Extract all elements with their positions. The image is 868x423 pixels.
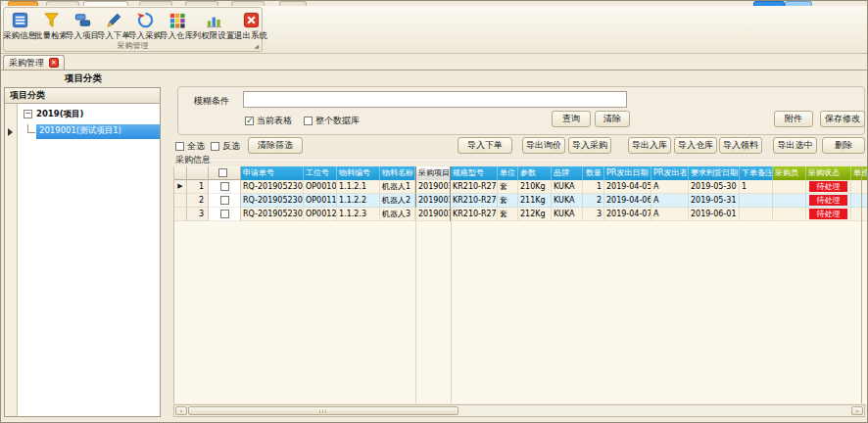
checkbox-icon[interactable]	[304, 117, 313, 125]
import-order-button[interactable]: 导入下单	[458, 137, 512, 154]
column-header-brand[interactable]: 品牌	[552, 166, 583, 180]
cell-status[interactable]: 待处理	[806, 180, 851, 194]
cell-price[interactable]	[851, 194, 867, 208]
table-row[interactable]: 3RQ-201905230003OP00121.1.2.3机器人32019001…	[174, 208, 867, 221]
cell-unit[interactable]: 套	[498, 208, 518, 221]
scope-current-checkbox[interactable]: 当前表格	[245, 115, 292, 127]
cell-unit[interactable]: 套	[498, 180, 518, 194]
cell-material_name[interactable]: 机器人1	[380, 180, 415, 194]
cell-chk[interactable]	[209, 194, 241, 208]
cell-chk[interactable]	[209, 180, 241, 194]
cell-chk[interactable]	[209, 208, 241, 221]
scrollbar-thumb[interactable]	[188, 406, 458, 415]
column-header-pr_date[interactable]: PR发出日期	[604, 166, 651, 180]
cell-buyer[interactable]	[773, 180, 806, 194]
select-all-rows-checkbox[interactable]	[218, 168, 227, 177]
export-inquiry-button[interactable]: 导出询价	[522, 137, 565, 154]
row-checkbox[interactable]	[220, 210, 229, 218]
import-picking-button[interactable]: 导入领料	[719, 137, 762, 154]
cell-status[interactable]: 待处理	[806, 194, 851, 208]
cell-model[interactable]: KR210-R2700	[451, 180, 498, 194]
ribbon-btn-import-project[interactable]: 导入项目	[67, 9, 98, 40]
column-header-status[interactable]: 采购状态	[806, 166, 851, 180]
cell-buyer[interactable]	[773, 194, 806, 208]
column-header-due_date[interactable]: 要求到货日期	[689, 166, 740, 180]
dialog-launcher-icon[interactable]: ◢	[254, 43, 259, 49]
cell-request_no[interactable]: RQ-201905230002	[241, 194, 304, 208]
column-header-material_no[interactable]: 物料编号	[337, 166, 380, 180]
column-header-qty[interactable]: 数量	[583, 166, 604, 180]
column-header-price[interactable]: 单价	[851, 166, 867, 180]
column-header-material_name[interactable]: 物料名称	[380, 166, 415, 180]
cell-pr_sender[interactable]: A	[651, 208, 689, 221]
cell-station_no[interactable]: OP0012	[304, 208, 337, 221]
column-header-param[interactable]: 参数	[518, 166, 552, 180]
ribbon-btn-import-warehouse[interactable]: 导入仓库	[161, 9, 192, 40]
column-header-project[interactable]: 采购项目	[415, 166, 451, 180]
scroll-right-icon[interactable]: ›	[851, 406, 863, 415]
cell-request_no[interactable]: RQ-201905230001	[241, 180, 304, 194]
cell-num[interactable]: 2	[187, 194, 209, 208]
cell-brand[interactable]: KUKA	[552, 208, 583, 221]
import-warehouse-button[interactable]: 导入仓库	[674, 137, 717, 154]
fuzzy-condition-input[interactable]	[243, 91, 627, 108]
close-tab-icon[interactable]: ✕	[49, 58, 59, 68]
clear-button[interactable]: 清除	[595, 111, 630, 127]
ribbon-btn-import-purchase[interactable]: 导入采购	[129, 9, 161, 40]
cell-qty[interactable]: 2	[583, 194, 604, 208]
cell-brand[interactable]: KUKA	[552, 194, 583, 208]
column-header-request_no[interactable]: 申请单号	[241, 166, 304, 180]
query-button[interactable]: 查询	[552, 111, 591, 127]
row-checkbox[interactable]	[220, 196, 229, 205]
cell-station_no[interactable]: OP0011	[304, 194, 337, 208]
cell-material_no[interactable]: 1.1.2.3	[337, 208, 380, 221]
table-row[interactable]: ▶1RQ-201905230001OP00101.1.2.1机器人1201900…	[174, 180, 867, 194]
ribbon-btn-purchase-info[interactable]: 采购信息	[4, 9, 35, 40]
cell-station_no[interactable]: OP0010	[304, 180, 337, 194]
cell-qty[interactable]: 1	[583, 180, 604, 194]
cell-material_no[interactable]: 1.1.2.1	[337, 180, 380, 194]
cell-unit[interactable]: 套	[498, 194, 518, 208]
cell-param[interactable]: 211Kg	[518, 194, 552, 208]
ribbon-btn-batch-search[interactable]: 批量检索	[35, 9, 67, 40]
cell-pr_date[interactable]: 2019-04-07	[604, 208, 651, 221]
ribbon-btn-column-permission[interactable]: 列权限设置	[192, 9, 235, 40]
tree-node-1[interactable]: −2019(项目)	[18, 106, 160, 122]
save-changes-button[interactable]: 保存修改	[820, 111, 865, 127]
ribbon-btn-exit-system[interactable]: 退出系统	[235, 9, 266, 40]
cell-pr_date[interactable]: 2019-04-05	[604, 180, 651, 194]
column-header-station_no[interactable]: 工位号	[304, 166, 337, 180]
import-purchase-button[interactable]: 导入采购	[568, 137, 611, 154]
cell-price[interactable]	[851, 180, 867, 194]
export-inbound-button[interactable]: 导出入库	[628, 137, 671, 154]
cell-status[interactable]: 待处理	[806, 208, 851, 221]
invert-select-checkbox[interactable]: 反选	[211, 140, 240, 153]
scroll-left-icon[interactable]: ‹	[175, 406, 187, 415]
cell-price[interactable]	[851, 208, 867, 221]
cell-brand[interactable]: KUKA	[552, 180, 583, 194]
column-header-order_note[interactable]: 下单备注	[740, 166, 773, 180]
cell-model[interactable]: KR210-R2701	[451, 194, 498, 208]
checkbox-checked-icon[interactable]	[245, 117, 254, 125]
ribbon-btn-import-order[interactable]: 导入下单	[98, 9, 129, 40]
attachment-button[interactable]: 附件	[774, 111, 813, 127]
column-header-chk[interactable]	[209, 166, 241, 180]
cell-pr_sender[interactable]: A	[651, 194, 689, 208]
row-checkbox[interactable]	[220, 182, 229, 191]
select-all-checkbox[interactable]: 全选	[175, 140, 205, 153]
cell-param[interactable]: 210Kg	[518, 180, 552, 194]
cell-order_note[interactable]	[740, 194, 773, 208]
cell-num[interactable]: 1	[187, 180, 209, 194]
cell-buyer[interactable]	[773, 208, 806, 221]
cell-material_no[interactable]: 1.1.2.2	[337, 194, 380, 208]
cell-due_date[interactable]: 2019-05-31	[689, 194, 740, 208]
scope-database-checkbox[interactable]: 整个数据库	[304, 115, 360, 127]
cell-material_name[interactable]: 机器人3	[380, 208, 415, 221]
cell-project[interactable]: 2019001	[415, 208, 451, 221]
checkbox-icon[interactable]	[211, 142, 219, 151]
clear-filter-button[interactable]: 清除筛选	[248, 137, 303, 154]
cell-pr_sender[interactable]: A	[651, 180, 689, 194]
cell-sel[interactable]	[174, 194, 187, 208]
cell-due_date[interactable]: 2019-06-01	[689, 208, 740, 221]
delete-button[interactable]: 删除	[822, 137, 865, 154]
